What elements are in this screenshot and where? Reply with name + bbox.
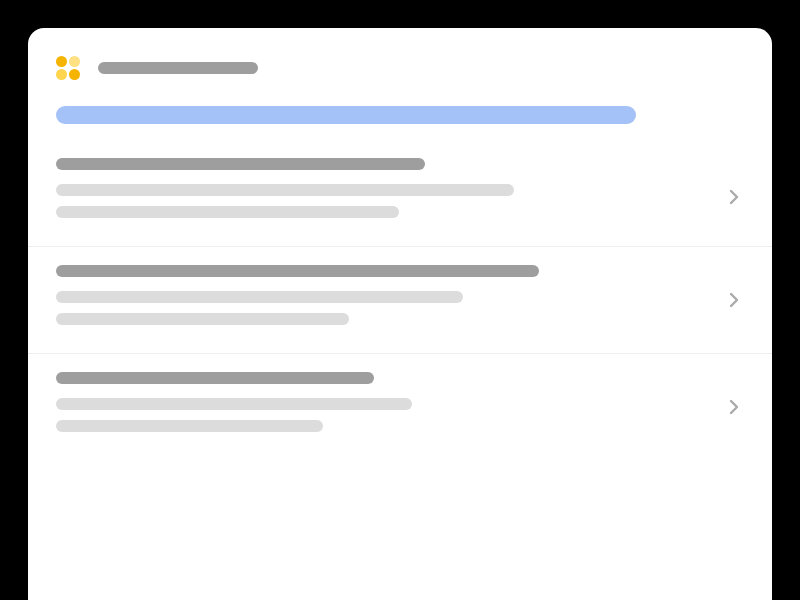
results-list [28, 148, 772, 460]
chevron-right-icon[interactable] [726, 292, 742, 308]
search-query-bar[interactable] [56, 106, 636, 124]
result-desc-placeholder [56, 291, 463, 303]
result-desc-placeholder [56, 313, 349, 325]
chevron-right-icon[interactable] [726, 189, 742, 205]
result-item[interactable] [28, 148, 772, 246]
result-item[interactable] [28, 246, 772, 353]
result-desc-placeholder [56, 206, 399, 218]
result-item[interactable] [28, 353, 772, 460]
brand-title-placeholder [98, 62, 258, 74]
result-title-placeholder [56, 372, 374, 384]
logo-dot [56, 69, 67, 80]
header-row [28, 28, 772, 80]
logo-dot [69, 56, 80, 67]
result-desc-placeholder [56, 184, 514, 196]
chevron-right-icon[interactable] [726, 399, 742, 415]
results-card [28, 28, 772, 600]
result-desc-placeholder [56, 420, 323, 432]
logo-dot [56, 56, 67, 67]
app-logo-icon [56, 56, 80, 80]
logo-dot [69, 69, 80, 80]
result-title-placeholder [56, 158, 425, 170]
result-title-placeholder [56, 265, 539, 277]
result-desc-placeholder [56, 398, 412, 410]
